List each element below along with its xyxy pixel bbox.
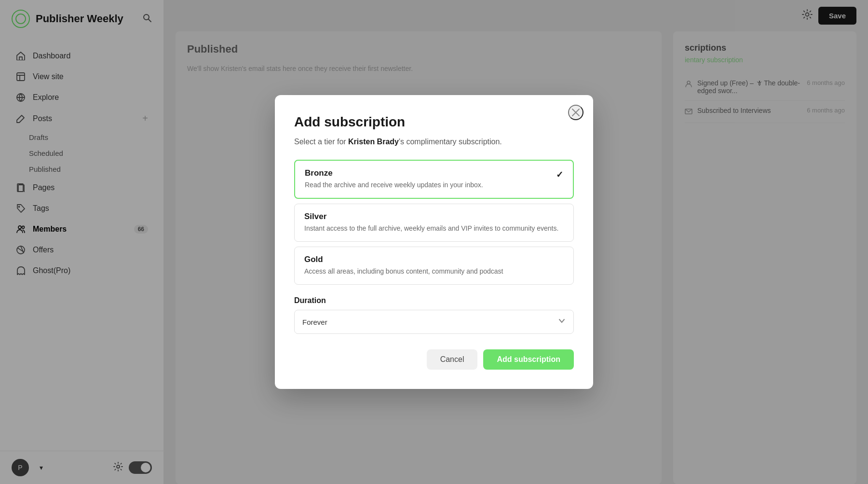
tier-name: Gold — [304, 255, 503, 264]
modal-title: Add subscription — [294, 114, 574, 130]
chevron-down-icon — [558, 317, 566, 327]
tier-option-gold[interactable]: Gold Access all areas, including bonus c… — [294, 247, 574, 285]
duration-label: Duration — [294, 296, 574, 305]
tier-name: Bronze — [305, 168, 483, 178]
tier-description: Read the archive and receive weekly upda… — [305, 180, 483, 190]
add-subscription-modal: Add subscription Select a tier for Krist… — [275, 95, 593, 389]
tier-description: Instant access to the full archive, week… — [304, 223, 558, 234]
tier-name: Silver — [304, 212, 558, 221]
person-name: Kristen Brady — [348, 138, 399, 146]
add-subscription-button[interactable]: Add subscription — [483, 349, 574, 370]
close-button[interactable] — [568, 105, 583, 120]
tier-option-silver[interactable]: Silver Instant access to the full archiv… — [294, 204, 574, 242]
modal-overlay: Add subscription Select a tier for Krist… — [0, 0, 868, 484]
tier-description: Access all areas, including bonus conten… — [304, 266, 503, 277]
duration-dropdown[interactable]: Forever — [294, 310, 574, 334]
modal-subtitle: Select a tier for Kristen Brady's compli… — [294, 138, 574, 146]
tier-option-bronze[interactable]: Bronze Read the archive and receive week… — [294, 160, 574, 199]
cancel-button[interactable]: Cancel — [427, 349, 478, 370]
duration-value: Forever — [302, 318, 327, 326]
checkmark-icon: ✓ — [556, 169, 563, 180]
modal-actions: Cancel Add subscription — [294, 349, 574, 370]
